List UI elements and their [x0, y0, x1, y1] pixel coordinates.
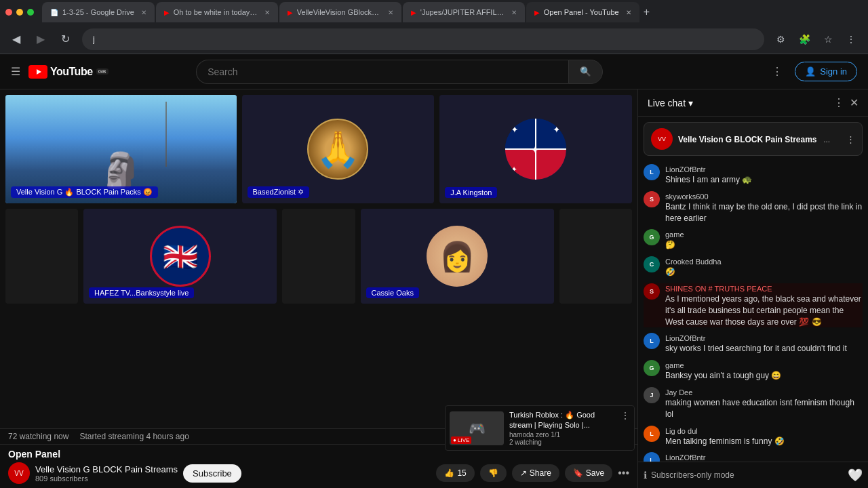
- chat-close-button[interactable]: ✕: [850, 96, 859, 109]
- statue-silhouette: 🗿: [100, 150, 142, 190]
- center-star: ✦: [531, 144, 539, 155]
- chat-title: Live chat ▾: [648, 98, 693, 108]
- pinned-channel-name: Velle Vision G BLOCK Pain Streams: [678, 135, 817, 144]
- info-icon: ℹ: [644, 470, 647, 481]
- chat-message-m5: S SHINES ON # TRUTHS PEACE As I mentione…: [644, 283, 863, 327]
- search-input[interactable]: [196, 60, 568, 84]
- browser-action-buttons: ⚙ 🧩 ☆ ⋮: [772, 31, 860, 47]
- chat-message-m8: J Jay Dee making women have education is…: [644, 387, 863, 420]
- participant-name-cassie: Cassie Oaks: [366, 287, 419, 298]
- pinned-dots: ...: [823, 135, 830, 144]
- new-tab-button[interactable]: +: [641, 3, 652, 21]
- participants-row-top: 🗿 Velle Vision G 🔥 BLOCK Pain Packs 😡: [5, 95, 632, 203]
- ja-flag-avatar: ✦ ✦ ✦ ✦: [505, 119, 566, 180]
- msg-text-m7: Banksy you ain't a tough guy 😄: [665, 370, 863, 382]
- msg-content-m9: Lig do dul Men talking feminism is funny…: [665, 426, 863, 447]
- browser-tab-5[interactable]: ▶ Open Panel - YouTube ✕: [526, 2, 639, 22]
- browser-tab-3[interactable]: ▶ VelleVileVision GBlock with Love... ✕: [279, 2, 401, 22]
- back-button[interactable]: ◀: [8, 30, 24, 48]
- youtube-logo[interactable]: YouTube GB: [28, 65, 108, 79]
- browser-tab-2[interactable]: ▶ Oh to be white in todays UK! - Yo... ✕: [156, 2, 278, 22]
- sign-in-button[interactable]: 👤 Sign in: [795, 62, 857, 81]
- msg-text-m4: 🤣: [665, 266, 863, 278]
- like-button[interactable]: 👍 15: [436, 464, 474, 482]
- msg-content-m6: LionZOfBntr sky works I tried searching …: [665, 333, 863, 354]
- chat-messages[interactable]: L LionZOfBntr Shines I am an army 🐢 S sk…: [638, 161, 868, 462]
- chevron-down-icon[interactable]: ▾: [688, 98, 693, 108]
- msg-username-m1: LionZOfBntr: [665, 165, 705, 174]
- more-options-button[interactable]: ⋮: [768, 62, 787, 81]
- more-actions-button[interactable]: •••: [618, 467, 629, 479]
- msg-username-m6: LionZOfBntr: [665, 334, 705, 342]
- participant-name-basedzionist: BasedZionist ✡: [248, 186, 310, 198]
- subscribers-mode-label: Subscribers-only mode: [651, 470, 734, 480]
- extensions-button[interactable]: 🧩: [795, 31, 814, 47]
- forward-button[interactable]: ▶: [33, 30, 49, 48]
- msg-username-m3: game: [665, 230, 684, 239]
- chat-footer: ℹ Subscribers-only mode 🤍: [638, 462, 868, 488]
- star-1: ✦: [511, 124, 519, 135]
- participant-name-ja: J.A Kingston: [445, 187, 497, 198]
- dislike-button[interactable]: 👎: [480, 464, 507, 482]
- channel-avatar: VV: [8, 462, 30, 484]
- pinned-more-button[interactable]: ⋮: [846, 134, 855, 144]
- hamburger-menu[interactable]: ☰: [11, 65, 20, 78]
- msg-text-m8: making women have education isnt feminis…: [665, 397, 863, 420]
- suggested-more-button[interactable]: ⋮: [620, 410, 630, 421]
- save-button[interactable]: 🔖 Save: [565, 464, 612, 482]
- subscriber-count: 809 subscribers: [35, 474, 178, 483]
- msg-username-m4: Crooked Buddha: [665, 258, 722, 266]
- youtube-logo-icon: [28, 65, 47, 79]
- suggested-info: Turkish Roblox : 🔥 Good stream | Playing…: [509, 410, 615, 446]
- star-3: ✦: [511, 165, 517, 174]
- more-tools-button[interactable]: ⋮: [842, 31, 860, 47]
- msg-text-m3: 🤔: [665, 239, 863, 251]
- participants-grid: 🗿 Velle Vision G 🔥 BLOCK Pain Packs 😡: [0, 89, 637, 428]
- msg-username-m9: Lig do dul: [665, 427, 698, 435]
- jesus-avatar: 🙏: [307, 119, 368, 180]
- open-panel-title: Open Panel: [8, 449, 60, 460]
- share-button[interactable]: ↗ Share: [512, 464, 559, 482]
- msg-content-m8: Jay Dee making women have education isnt…: [665, 387, 863, 420]
- participant-empty-2: [282, 209, 355, 304]
- chat-message-m10: L LionZOfBntr wow 69% of democrats in a …: [644, 452, 863, 462]
- subscribers-mode: ℹ Subscribers-only mode: [644, 470, 842, 481]
- youtube-logo-text: YouTube: [50, 66, 93, 78]
- profile-button[interactable]: ⚙: [772, 31, 789, 47]
- address-bar[interactable]: [82, 28, 764, 50]
- header-right: ⋮ 👤 Sign in: [768, 62, 857, 81]
- participant-ja-kingston: ✦ ✦ ✦ ✦ J.A Kingston: [439, 95, 632, 203]
- msg-avatar-m1: L: [644, 164, 660, 180]
- msg-text-m6: sky works I tried searching for it and c…: [665, 343, 863, 354]
- msg-content-m10: LionZOfBntr wow 69% of democrats in a po…: [665, 452, 863, 462]
- star-2: ✦: [553, 124, 561, 135]
- msg-username-m5: SHINES ON # TRUTHS PEACE: [665, 285, 772, 293]
- heart-button[interactable]: 🤍: [848, 468, 863, 483]
- browser-tab-1[interactable]: 📄 1-3-25 - Google Drive ✕: [42, 2, 155, 22]
- chat-message-m1: L LionZOfBntr Shines I am an army 🐢: [644, 164, 863, 186]
- browser-tab-4[interactable]: ▶ 'Jupes/JUPITER AFFILIATED' yout... ✕: [403, 2, 525, 22]
- reload-button[interactable]: ↻: [57, 30, 74, 48]
- chat-message-m4: C Crooked Buddha 🤣: [644, 256, 863, 278]
- search-button[interactable]: 🔍: [568, 60, 603, 84]
- uk-avatar: 🇬🇧: [150, 226, 211, 287]
- msg-avatar-m8: J: [644, 387, 660, 403]
- chat-message-m6: L LionZOfBntr sky works I tried searchin…: [644, 333, 863, 354]
- cassie-avatar: 👩: [427, 226, 488, 287]
- chat-more-button[interactable]: ⋮: [833, 96, 844, 109]
- browser-tabs: 📄 1-3-25 - Google Drive ✕ ▶ Oh to be whi…: [42, 2, 863, 22]
- msg-text-m1: Shines I am an army 🐢: [665, 174, 863, 186]
- subscribe-button[interactable]: Subscribe: [183, 464, 241, 483]
- channel-name: Velle Vision G BLOCK Pain Streams: [35, 464, 178, 474]
- msg-username-m2: skyworks600: [665, 192, 709, 201]
- suggested-video[interactable]: 🎮 ● LIVE Turkish Roblox : 🔥 Good stream …: [445, 405, 635, 451]
- msg-content-m3: game 🤔: [665, 229, 863, 251]
- msg-content-m1: LionZOfBntr Shines I am an army 🐢: [665, 164, 863, 186]
- thumbs-up-icon: 👍: [444, 468, 454, 478]
- search-icon: 🔍: [580, 66, 591, 77]
- chat-message-m3: G game 🤔: [644, 229, 863, 251]
- msg-text-m2: Bantz I think it may be the old one, I d…: [665, 201, 863, 224]
- bookmarks-button[interactable]: ☆: [820, 31, 837, 47]
- stream-main: Powered by S 🦅 StreamYard: [0, 89, 637, 428]
- participant-name-hafez: HAFEZ TV...Banksystyle live: [89, 287, 194, 298]
